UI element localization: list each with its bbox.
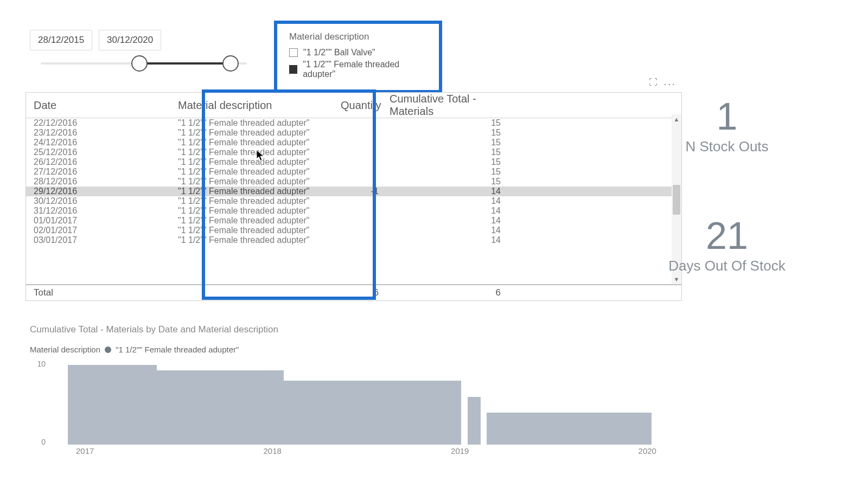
cell-material: "1 1/2"" Female threaded adupter": [178, 128, 341, 138]
table-row[interactable]: 30/12/2016"1 1/2"" Female threaded adupt…: [26, 196, 681, 206]
table-row[interactable]: 24/12/2016"1 1/2"" Female threaded adupt…: [26, 138, 681, 147]
footer-qty: 6: [341, 287, 384, 298]
slicer-item[interactable]: "1 1/2"" Female threaded adupter": [289, 60, 427, 79]
slider-handle-end[interactable]: [222, 55, 239, 72]
chart-xaxis: 2017201820192020: [49, 446, 684, 457]
col-header-cumulative[interactable]: Cumulative Total - Materials: [384, 93, 520, 118]
slider-handle-start[interactable]: [131, 55, 148, 72]
cell-material: "1 1/2"" Female threaded adupter": [178, 226, 341, 235]
cumulative-chart: Cumulative Total - Materials by Date and…: [30, 324, 684, 457]
scroll-down-icon[interactable]: ▼: [672, 274, 681, 284]
col-header-date[interactable]: Date: [26, 99, 178, 112]
cell-cumulative: 14: [384, 187, 520, 196]
date-slicer: 28/12/2015 30/12/2020: [30, 30, 161, 50]
chart-plot-area: [49, 359, 684, 445]
cell-date: 22/12/2016: [26, 118, 178, 128]
cell-cumulative: 15: [384, 138, 520, 147]
cell-cumulative: 14: [384, 206, 520, 216]
table-row[interactable]: 02/01/2017"1 1/2"" Female threaded adupt…: [26, 226, 681, 235]
material-slicer: Material description "1 1/2"" Ball Valve…: [274, 21, 442, 93]
cell-material: "1 1/2"" Female threaded adupter": [178, 235, 341, 245]
ytick-top: 10: [33, 359, 46, 368]
table-header-row: Date Material description Quantity Cumul…: [26, 93, 681, 118]
table-footer-row: Total 6 6: [26, 284, 681, 300]
cell-material: "1 1/2"" Female threaded adupter": [178, 206, 341, 216]
footer-cum: 6: [384, 287, 520, 298]
cell-date: 25/12/2016: [26, 147, 178, 157]
table-row[interactable]: 29/12/2016"1 1/2"" Female threaded adupt…: [26, 187, 681, 196]
table-row[interactable]: 23/12/2016"1 1/2"" Female threaded adupt…: [26, 128, 681, 138]
table-row[interactable]: 25/12/2016"1 1/2"" Female threaded adupt…: [26, 147, 681, 157]
chart-title: Cumulative Total - Materials by Date and…: [30, 324, 684, 335]
cell-cumulative: 15: [384, 118, 520, 128]
cell-date: 31/12/2016: [26, 206, 178, 216]
col-header-quantity[interactable]: Quantity: [341, 99, 384, 112]
table-row[interactable]: 31/12/2016"1 1/2"" Female threaded adupt…: [26, 206, 681, 216]
cell-cumulative: 14: [384, 196, 520, 206]
table-row[interactable]: 01/01/2017"1 1/2"" Female threaded adupt…: [26, 216, 681, 226]
table-row[interactable]: 03/01/2017"1 1/2"" Female threaded adupt…: [26, 235, 681, 245]
cell-date: 27/12/2016: [26, 167, 178, 177]
cell-cumulative: 15: [384, 147, 520, 157]
checkbox-icon[interactable]: [289, 65, 297, 74]
xtick-label: 2019: [451, 446, 469, 457]
cell-material: "1 1/2"" Female threaded adupter": [178, 177, 341, 187]
kpi-daysout: 21 Days Out Of Stock: [646, 214, 808, 274]
chart-step-segment: [284, 381, 462, 445]
cell-cumulative: 15: [384, 128, 520, 138]
cell-material: "1 1/2"" Female threaded adupter": [178, 147, 341, 157]
cell-date: 24/12/2016: [26, 138, 178, 147]
table-row[interactable]: 27/12/2016"1 1/2"" Female threaded adupt…: [26, 167, 681, 177]
slicer-title: Material description: [289, 31, 427, 42]
date-end-box[interactable]: 30/12/2020: [99, 30, 161, 50]
slicer-item[interactable]: "1 1/2"" Ball Valve": [289, 48, 427, 57]
date-slider[interactable]: [41, 62, 247, 65]
table-row[interactable]: 26/12/2016"1 1/2"" Female threaded adupt…: [26, 157, 681, 167]
cell-material: "1 1/2"" Female threaded adupter": [178, 167, 341, 177]
scroll-thumb[interactable]: [673, 185, 680, 215]
chart-step-segment: [68, 365, 157, 445]
cell-date: 28/12/2016: [26, 177, 178, 187]
chart-step-segment: [157, 370, 284, 445]
ytick-bottom: 0: [33, 438, 46, 446]
cell-cumulative: 14: [384, 226, 520, 235]
chart-legend: Material description "1 1/2"" Female thr…: [30, 345, 684, 354]
col-header-material[interactable]: Material description: [178, 99, 341, 112]
cell-cumulative: 15: [384, 167, 520, 177]
kpi-daysout-value: 21: [646, 214, 808, 258]
legend-item-label: "1 1/2"" Female threaded adupter": [116, 345, 239, 354]
chart-step-segment: [487, 413, 652, 445]
cell-date: 01/01/2017: [26, 216, 178, 226]
slicer-item-label: "1 1/2"" Female threaded adupter": [303, 60, 427, 79]
table-row[interactable]: 22/12/2016"1 1/2"" Female threaded adupt…: [26, 118, 681, 128]
cell-cumulative: 15: [384, 157, 520, 167]
xtick-label: 2020: [639, 446, 656, 457]
cell-date: 29/12/2016: [26, 187, 178, 196]
slider-track: [41, 62, 247, 65]
cell-material: "1 1/2"" Female threaded adupter": [178, 138, 341, 147]
kpi-stockouts-value: 1: [646, 95, 808, 138]
cell-material: "1 1/2"" Female threaded adupter": [178, 216, 341, 226]
chart-plot[interactable]: 10 0 2017201820192020: [49, 359, 684, 457]
cell-date: 26/12/2016: [26, 157, 178, 167]
legend-title: Material description: [30, 345, 100, 354]
kpi-stockouts-label: N Stock Outs: [646, 138, 808, 155]
date-start-box[interactable]: 28/12/2015: [30, 30, 92, 50]
slicer-item-label: "1 1/2"" Ball Valve": [303, 48, 375, 57]
cell-quantity: -1: [341, 187, 384, 196]
table-row[interactable]: 28/12/2016"1 1/2"" Female threaded adupt…: [26, 177, 681, 187]
focus-mode-icon[interactable]: ⛶: [649, 78, 658, 87]
cell-cumulative: 14: [384, 216, 520, 226]
cell-cumulative: 14: [384, 235, 520, 245]
kpi-daysout-label: Days Out Of Stock: [646, 258, 808, 274]
chart-yaxis: 10 0: [33, 359, 46, 446]
chart-step-segment: [468, 397, 480, 445]
cell-date: 03/01/2017: [26, 235, 178, 245]
more-options-icon[interactable]: ···: [663, 78, 676, 90]
kpi-stockouts: 1 N Stock Outs: [646, 95, 808, 155]
legend-swatch-icon: [105, 346, 111, 353]
xtick-label: 2017: [76, 446, 94, 457]
table-body: 22/12/2016"1 1/2"" Female threaded adupt…: [26, 118, 681, 284]
checkbox-icon[interactable]: [289, 48, 298, 57]
cell-date: 02/01/2017: [26, 226, 178, 235]
